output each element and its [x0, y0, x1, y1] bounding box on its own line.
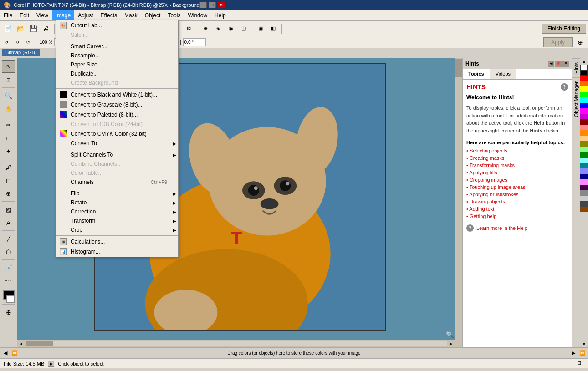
palette-color-teal[interactable]: [580, 163, 588, 168]
tab-topics[interactable]: Topics: [463, 69, 490, 79]
add-button[interactable]: ⊕: [574, 36, 586, 48]
menu-rotate[interactable]: Rotate ▶: [56, 198, 178, 207]
smear-tool[interactable]: 〰: [2, 274, 15, 287]
palette-color-lightred[interactable]: [580, 125, 588, 130]
skew-input-2[interactable]: [183, 38, 206, 46]
clone-tool[interactable]: ⊕: [2, 187, 15, 200]
prop-btn-1[interactable]: ↺: [2, 38, 11, 47]
menu-file[interactable]: File: [0, 10, 16, 20]
tool9[interactable]: ◧: [267, 23, 279, 35]
menu-tools[interactable]: Tools: [164, 10, 184, 20]
hints-link-brushstrokes[interactable]: Applying brushstrokes: [466, 192, 568, 197]
palette-color-lightgray[interactable]: [580, 196, 588, 201]
palette-color-magenta[interactable]: [580, 108, 588, 114]
menu-resample[interactable]: Resample...: [56, 51, 178, 60]
prop-btn-2[interactable]: ↻: [13, 38, 22, 47]
save-button[interactable]: 💾: [27, 23, 39, 35]
background-color[interactable]: [6, 295, 15, 303]
print-button[interactable]: 🖨: [40, 23, 52, 35]
menu-histogram[interactable]: 📊 Histogram...: [56, 247, 178, 257]
tool8[interactable]: ▣: [255, 23, 266, 35]
palette-color-darkred[interactable]: [580, 119, 588, 125]
text-tool[interactable]: A: [2, 216, 15, 229]
palette-color-green[interactable]: [580, 92, 588, 97]
freehand-mask[interactable]: ✏: [2, 118, 15, 131]
menu-view[interactable]: View: [33, 10, 52, 20]
menu-adjust[interactable]: Adjust: [74, 10, 97, 20]
hints-pin-btn[interactable]: 📌: [555, 61, 562, 67]
tool4[interactable]: ⊕: [199, 23, 211, 35]
new-button[interactable]: 📄: [2, 23, 14, 35]
palette-color-orange[interactable]: [580, 81, 588, 86]
hints-help-row[interactable]: ? Learn more in the Help: [466, 224, 568, 232]
maximize-button[interactable]: □: [209, 2, 216, 8]
scrollbar-horizontal[interactable]: ◂ ▸: [17, 340, 455, 347]
scrollbar-v-thumb[interactable]: [455, 59, 462, 77]
pick-tool[interactable]: ↖: [2, 60, 15, 73]
menu-split-channels[interactable]: Split Channels To ▶: [56, 150, 178, 159]
palette-color-red[interactable]: [580, 76, 588, 81]
status-icon[interactable]: ⊞: [577, 360, 584, 367]
hints-link-text[interactable]: Adding text: [466, 206, 568, 212]
scroll-right[interactable]: ▸: [448, 340, 455, 347]
open-button[interactable]: 📂: [15, 23, 26, 35]
fill-tool[interactable]: ▨: [2, 203, 15, 216]
nav-btn-2[interactable]: ⏪: [11, 350, 18, 357]
menu-convert-paletted[interactable]: Convert to Paletted (8-bit)...: [56, 110, 178, 120]
palette-color-black[interactable]: [580, 70, 588, 76]
tool6[interactable]: ◉: [225, 23, 237, 35]
tool5[interactable]: ◈: [212, 23, 224, 35]
scroll-left[interactable]: ◂: [17, 340, 25, 347]
magic-wand[interactable]: ✦: [2, 145, 15, 158]
palette-color-darkgreen[interactable]: [580, 152, 588, 158]
close-button[interactable]: ✕: [218, 2, 225, 8]
menu-smart-carver[interactable]: Smart Carver...: [56, 42, 178, 51]
finish-editing-button[interactable]: Finish Editing: [542, 24, 586, 34]
palette-color-purple[interactable]: [580, 114, 588, 119]
menu-window[interactable]: Window: [184, 10, 211, 20]
scrollbar-h-thumb[interactable]: [26, 341, 53, 346]
palette-color-cyan[interactable]: [580, 97, 588, 103]
zoom-to-fit[interactable]: 🔍: [445, 330, 454, 339]
filesize-expand[interactable]: ▶: [48, 361, 54, 367]
hints-collapse-btn[interactable]: ◀: [548, 61, 554, 67]
hints-help-link[interactable]: Learn more in the Help: [476, 225, 527, 231]
menu-flip[interactable]: Flip ▶: [56, 189, 178, 198]
add-object-button[interactable]: ⊕: [2, 306, 15, 319]
hints-link-cropping[interactable]: Cropping images: [466, 177, 568, 183]
minimize-button[interactable]: −: [199, 2, 207, 8]
palette-color-white[interactable]: [580, 65, 588, 70]
menu-edit[interactable]: Edit: [16, 10, 33, 20]
palette-color-brown[interactable]: [580, 207, 588, 212]
menu-convert-to[interactable]: Convert To ▶: [56, 139, 178, 148]
palette-color-yellow[interactable]: [580, 86, 588, 92]
vtab-hints[interactable]: Hints: [572, 58, 580, 77]
palette-color-olive[interactable]: [580, 141, 588, 147]
palette-color-lightmagenta[interactable]: [580, 179, 588, 185]
nav-btn-1[interactable]: ◀: [2, 350, 9, 357]
menu-convert-cmyk[interactable]: Convert to CMYK Color (32-bit): [56, 129, 178, 139]
menu-transform[interactable]: Transform ▶: [56, 216, 178, 225]
palette-color-darkblue[interactable]: [580, 174, 588, 179]
palette-scroll-down[interactable]: ▼: [580, 341, 588, 347]
menu-crop[interactable]: Crop ▶: [56, 225, 178, 234]
nav-btn-3[interactable]: ▶: [570, 350, 577, 357]
eraser-tool[interactable]: ◻: [2, 174, 15, 187]
hints-link-applying[interactable]: Applying fills: [466, 170, 568, 175]
scrollbar-vertical[interactable]: [455, 58, 462, 340]
tab-videos[interactable]: Videos: [490, 69, 516, 79]
prop-btn-3[interactable]: ⟳: [24, 38, 33, 47]
paint-brush[interactable]: 🖌: [2, 161, 15, 173]
nav-btn-4[interactable]: ⏩: [579, 350, 586, 357]
palette-color-darkpurple[interactable]: [580, 185, 588, 190]
palette-color-gray[interactable]: [580, 190, 588, 196]
hints-link-drawing[interactable]: Drawing objects: [466, 199, 568, 204]
menu-effects[interactable]: Effects: [97, 10, 121, 20]
menu-convert-bw[interactable]: Convert to Black and White (1-bit)...: [56, 90, 178, 100]
palette-color-darkgray[interactable]: [580, 201, 588, 207]
hints-link-touching[interactable]: Touching up image areas: [466, 184, 568, 190]
hints-link-creating[interactable]: Creating masks: [466, 155, 568, 161]
zoom-tool[interactable]: 🔍: [2, 89, 15, 102]
menu-cutout-lab[interactable]: 🎨 Cutout Lab...: [56, 20, 178, 30]
shape-tool[interactable]: ⬡: [2, 245, 15, 258]
